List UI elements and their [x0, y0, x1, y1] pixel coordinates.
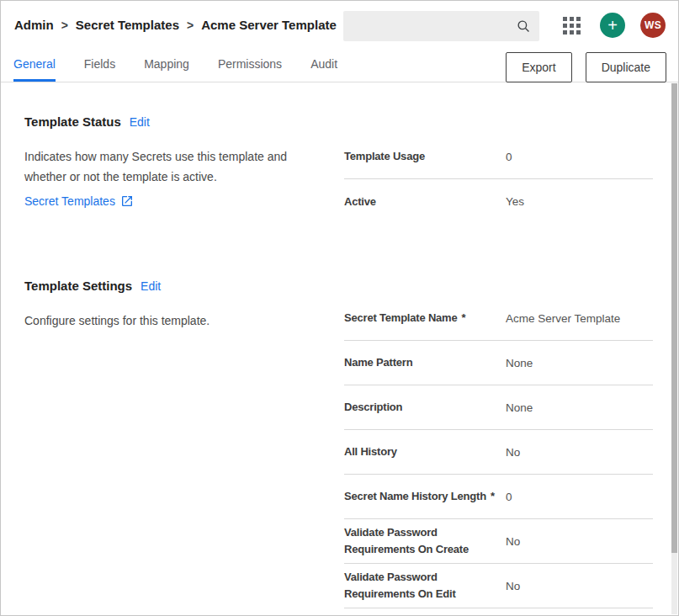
field-label: Template Usage — [344, 148, 506, 165]
search-icon[interactable] — [516, 19, 539, 34]
tab-bar: General Fields Mapping Permissions Audit — [13, 57, 337, 82]
tab-mapping[interactable]: Mapping — [144, 57, 189, 82]
field-value: No — [506, 535, 520, 548]
section-description: Configure settings for this template. — [24, 311, 315, 331]
field-label: Secret Name History Length* — [344, 488, 506, 505]
template-status-section: Template Status Edit Indicates how many … — [24, 114, 653, 224]
field-label: Description — [344, 399, 506, 416]
template-status-edit-link[interactable]: Edit — [130, 115, 150, 129]
field-label: Name Pattern — [344, 354, 506, 371]
field-row-name-pattern: Name Pattern None — [344, 341, 653, 385]
field-label: Active — [344, 194, 506, 210]
field-value: 0 — [506, 151, 512, 163]
breadcrumb-separator: > — [61, 19, 68, 32]
field-value: None — [506, 357, 533, 369]
add-button[interactable]: + — [600, 13, 625, 38]
external-link-icon — [120, 194, 134, 208]
secret-templates-link[interactable]: Secret Templates — [24, 194, 344, 208]
field-row-secret-name-history-length: Secret Name History Length* 0 — [344, 475, 653, 519]
section-title: Template Settings — [24, 279, 132, 293]
header-actions: Export Duplicate — [506, 52, 666, 82]
field-row-validate-password-on-create: Validate Password Requirements On Create… — [344, 519, 653, 564]
tab-fields[interactable]: Fields — [84, 57, 115, 82]
apps-grid-icon[interactable] — [563, 17, 581, 35]
scrollbar-thumb[interactable] — [671, 83, 677, 553]
template-status-info: Template Status Edit Indicates how many … — [24, 114, 344, 224]
export-button[interactable]: Export — [506, 52, 571, 82]
breadcrumb-separator: > — [187, 19, 194, 32]
template-status-fields: Template Usage 0 Active Yes — [344, 114, 653, 224]
field-label: Secret Template Name* — [344, 310, 506, 327]
search-input[interactable] — [343, 11, 516, 41]
field-row-all-history: All History No — [344, 430, 653, 475]
breadcrumb-admin[interactable]: Admin — [14, 18, 54, 32]
field-value: No — [506, 580, 520, 592]
secret-templates-link-label: Secret Templates — [24, 194, 115, 208]
field-value: Acme Server Template — [506, 312, 620, 325]
field-value: 0 — [506, 491, 512, 503]
plus-icon: + — [607, 17, 618, 34]
duplicate-button[interactable]: Duplicate — [586, 52, 666, 82]
template-settings-section: Template Settings Edit Configure setting… — [24, 279, 653, 608]
field-value: None — [506, 401, 533, 414]
field-row-template-usage: Template Usage 0 — [344, 135, 653, 179]
breadcrumb: Admin > Secret Templates > Acme Server T… — [14, 18, 337, 32]
main-content: Template Status Edit Indicates how many … — [1, 114, 678, 608]
field-row-active: Active Yes — [344, 179, 653, 224]
template-settings-edit-link[interactable]: Edit — [141, 279, 161, 293]
app-window: Admin > Secret Templates > Acme Server T… — [0, 0, 679, 616]
field-label: Validate Password Requirements On Create — [344, 524, 506, 558]
field-row-validate-password-on-edit: Validate Password Requirements On Edit N… — [344, 564, 653, 608]
field-row-secret-template-name: Secret Template Name* Acme Server Templa… — [344, 296, 653, 341]
required-asterisk: * — [462, 311, 466, 324]
section-description: Indicates how many Secrets use this temp… — [24, 146, 315, 187]
field-value: Yes — [506, 195, 524, 208]
breadcrumb-current-page: Acme Server Template — [201, 18, 337, 32]
tab-audit[interactable]: Audit — [310, 57, 337, 82]
template-settings-info: Template Settings Edit Configure setting… — [24, 279, 344, 608]
header: Admin > Secret Templates > Acme Server T… — [1, 1, 678, 82]
template-settings-fields: Secret Template Name* Acme Server Templa… — [344, 279, 653, 608]
field-label: Validate Password Requirements On Edit — [344, 569, 506, 603]
field-label: All History — [344, 443, 506, 460]
tab-general[interactable]: General — [13, 57, 56, 82]
search-box — [343, 11, 539, 41]
tab-permissions[interactable]: Permissions — [218, 57, 282, 82]
field-row-description: Description None — [344, 385, 653, 430]
field-value: No — [506, 446, 520, 459]
breadcrumb-secret-templates[interactable]: Secret Templates — [76, 18, 179, 32]
user-avatar[interactable]: WS — [640, 13, 666, 38]
section-title: Template Status — [24, 114, 121, 129]
required-asterisk: * — [491, 490, 495, 502]
scrollbar[interactable] — [671, 83, 677, 614]
